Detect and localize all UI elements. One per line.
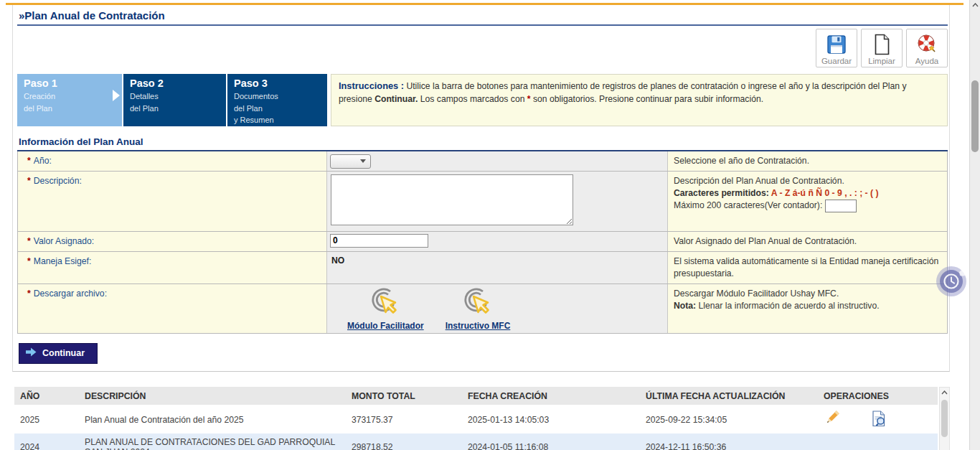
valor-help-text: Valor Asignado del Plan Anual de Contrat… [674, 236, 857, 246]
limpiar-label: Limpiar [868, 57, 895, 65]
cell-actualizacion: 2024-12-11 16:50:36 [640, 433, 818, 450]
col-fecha-creacion: FECHA CREACIÓN [462, 387, 640, 406]
cell-anio: 2024 [14, 433, 79, 450]
contador-input[interactable] [825, 200, 857, 212]
cell-monto: 373175.37 [346, 406, 462, 433]
scroll-up-icon[interactable] [970, 0, 980, 10]
instructions-box: Instrucciones : Utilice la barra de boto… [331, 74, 948, 126]
row-anio: *Año: Seleccione el año de Contratación. [18, 151, 947, 171]
maneja-esigef-label: Maneja Esigef: [34, 256, 92, 266]
cell-descripcion: PLAN ANUAL DE CONTRATACIONES DEL GAD PAR… [79, 433, 346, 450]
nota-label: Nota: [674, 301, 696, 311]
paso-3-line: del Plan [234, 103, 327, 115]
page-scrollbar[interactable] [969, 0, 980, 450]
cell-anio: 2025 [14, 406, 79, 433]
save-floppy-icon [826, 32, 847, 57]
contador-help-text: Máximo 200 caracteres(Ver contador): [674, 200, 822, 210]
esigef-help-text: El sistema valida automáticamente si la … [674, 256, 938, 278]
table-header-row: AÑO DESCRIPCIÓN MONTO TOTAL FECHA CREACI… [14, 387, 938, 406]
descripcion-help-line1: Descripción del Plan Anual de Contrataci… [674, 175, 941, 187]
table-scrollbar[interactable] [939, 387, 950, 450]
valor-asignado-label: Valor Asignado: [34, 236, 94, 246]
descargar-help-line1: Descargar Módulo Facilitador Ushay MFC. [674, 288, 941, 300]
caracteres-permitidos-chars: A - Z á-ú ñ Ñ 0 - 9 , . : ; - ( ) [769, 188, 879, 198]
paso-1-line: del Plan [24, 103, 122, 115]
cell-actualizacion: 2025-09-22 15:34:05 [640, 406, 818, 433]
caracteres-permitidos-label: Caracteres permitidos: [674, 188, 769, 198]
cell-descripcion: Plan Anual de Contratación del año 2025 [79, 406, 346, 433]
instructions-text: Los campos marcados con [418, 94, 527, 104]
descripcion-textarea[interactable] [331, 174, 573, 225]
arrow-right-icon [26, 347, 37, 359]
required-asterisk: * [27, 236, 31, 246]
paso-2-line: del Plan [130, 103, 226, 115]
esigef-value: NO [331, 254, 344, 266]
paso-3-line: y Resumen [234, 114, 327, 126]
page-scroll-thumb[interactable] [971, 80, 979, 152]
section-title: Información del Plan Anual [17, 133, 948, 151]
plans-table-section: AÑO DESCRIPCIÓN MONTO TOTAL FECHA CREACI… [14, 387, 950, 450]
ayuda-button[interactable]: Ayuda [906, 29, 948, 67]
continuar-button[interactable]: Continuar [19, 343, 98, 364]
paso-3-line: Documentos [234, 90, 327, 103]
required-asterisk: * [27, 176, 31, 186]
floating-clock-widget[interactable] [936, 265, 970, 298]
table-scroll-thumb[interactable] [941, 400, 948, 437]
row-descripcion: *Descripción: Descripción del Plan Anual… [18, 171, 947, 231]
col-descripcion: DESCRIPCIÓN [79, 387, 346, 406]
guardar-button[interactable]: Guardar [816, 29, 857, 67]
col-ultima-fecha: ÚLTIMA FECHA ACTUALIZACIÓN [640, 387, 818, 406]
wizard-steps: Paso 1 Creación del Plan Paso 2 Detalles… [17, 74, 948, 126]
row-valor-asignado: *Valor Asignado: Valor Asignado del Plan… [18, 231, 947, 251]
paso-2-title: Paso 2 [130, 78, 226, 89]
blank-page-icon [873, 32, 890, 57]
plan-anual-panel: »Plan Anual de Contratación Guardar [12, 5, 950, 372]
instructions-text: son obligatorios. Presione continuar par… [531, 94, 764, 104]
descripcion-label: Descripción: [34, 176, 82, 186]
required-asterisk: * [27, 289, 31, 299]
click-download-icon [461, 288, 494, 320]
modulo-facilitador-link[interactable]: Módulo Facilitador [347, 321, 424, 331]
required-asterisk: * [27, 156, 31, 166]
valor-asignado-input[interactable] [330, 234, 428, 248]
active-step-arrow-icon [113, 90, 120, 101]
instructivo-mfc-download[interactable]: Instructivo MFC [446, 288, 511, 331]
tab-paso-3[interactable]: Paso 3 Documentos del Plan y Resumen [227, 74, 327, 126]
paso-1-line: Creación [24, 90, 122, 103]
view-detail-icon[interactable] [872, 411, 887, 429]
edit-pencil-icon[interactable] [824, 411, 841, 428]
guardar-label: Guardar [821, 57, 852, 65]
cell-monto: 298718.52 [346, 433, 462, 450]
continuar-label: Continuar [42, 348, 85, 358]
ayuda-label: Ayuda [915, 57, 938, 65]
cell-creacion: 2025-01-13 14:05:03 [462, 406, 640, 433]
instructivo-mfc-link[interactable]: Instructivo MFC [446, 321, 511, 331]
limpiar-button[interactable]: Limpiar [861, 29, 903, 67]
anio-select[interactable] [330, 154, 371, 169]
help-lifebuoy-icon [916, 32, 938, 57]
modulo-facilitador-download[interactable]: Módulo Facilitador [347, 288, 424, 331]
scroll-up-icon[interactable] [940, 388, 949, 398]
toolbar: Guardar Limpiar [17, 29, 948, 67]
plans-table: AÑO DESCRIPCIÓN MONTO TOTAL FECHA CREACI… [14, 387, 938, 450]
table-row: 2025 Plan Anual de Contratación del año … [14, 406, 938, 433]
page-title: »Plan Anual de Contratación [19, 9, 165, 22]
tab-paso-1[interactable]: Paso 1 Creación del Plan [17, 74, 122, 126]
nota-text: Llenar la información de acuerdo al inst… [696, 301, 879, 311]
tab-paso-2[interactable]: Paso 2 Detalles del Plan [123, 74, 226, 126]
anio-help-text: Seleccione el año de Contratación. [674, 156, 809, 166]
plan-form: *Año: Seleccione el año de Contratación.… [17, 151, 948, 334]
table-row: 2024 PLAN ANUAL DE CONTRATACIONES DEL GA… [14, 433, 938, 450]
anio-label: Año: [34, 156, 52, 166]
click-download-icon [369, 288, 402, 320]
required-asterisk: * [27, 256, 31, 266]
col-monto-total: MONTO TOTAL [346, 387, 462, 406]
chevron-down-icon [360, 159, 366, 163]
row-maneja-esigef: *Maneja Esigef: NO El sistema valida aut… [18, 251, 947, 283]
titlebar: »Plan Anual de Contratación [17, 5, 948, 26]
row-descargar-archivo: *Descargar archivo: Módulo Facilitador [18, 283, 947, 333]
paso-1-title: Paso 1 [24, 78, 122, 89]
col-operaciones: OPERACIONES [818, 387, 938, 406]
cell-creacion: 2024-01-05 11:16:08 [462, 433, 640, 450]
instructions-bold-continuar: Continuar. [374, 94, 418, 104]
